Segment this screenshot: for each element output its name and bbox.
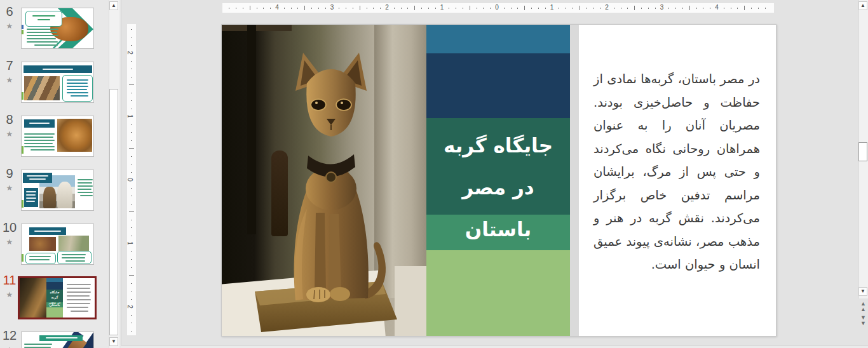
status-bar-fill [121, 345, 868, 348]
slide-thumbnail-12[interactable] [21, 331, 94, 348]
star-icon[interactable]: ★ [1, 345, 18, 348]
thumbnail-scroll-down-icon[interactable]: ▼ [109, 337, 118, 346]
horizontal-ruler: 432101234 [222, 3, 774, 13]
slide-thumbnail-7[interactable] [21, 62, 94, 103]
star-icon[interactable]: ★ [1, 238, 18, 246]
gray-divider-strip [570, 25, 579, 336]
title-box [25, 11, 62, 27]
vertical-ruler: 21012 [127, 24, 136, 335]
main-scrollbar-thumb[interactable] [858, 142, 867, 161]
slide-number-selected: 11 [1, 272, 18, 288]
panel-divider[interactable] [121, 0, 121, 348]
slide-number: 8 [1, 112, 18, 127]
color-column-mini: جایگاه گربه در مصر باستان [46, 278, 63, 318]
cats-photo [24, 76, 60, 100]
slide-number: 10 [1, 220, 18, 235]
thumbnail-scroll-up-icon[interactable]: ▲ [109, 1, 118, 10]
title-line-2: در مصر [426, 166, 570, 208]
slide-number: 12 [1, 328, 18, 343]
main-scroll-up-icon[interactable]: ▲ [858, 1, 867, 10]
slide-number: 9 [1, 166, 18, 181]
slide-thumbnail-9[interactable] [21, 170, 94, 211]
title-bar [24, 65, 92, 73]
thumbnail-scrollbar-thumb[interactable] [109, 89, 118, 335]
title-bar [29, 227, 66, 235]
cat-statue-illustration [222, 25, 426, 336]
next-slide-icon[interactable]: ▼▼ [859, 315, 867, 326]
slide-title[interactable]: جایگاه گربه در مصر باستان [426, 124, 570, 250]
side-note-box [24, 188, 38, 207]
statue-photo-mini [20, 278, 46, 318]
cats-photo [58, 236, 89, 251]
title-box [23, 173, 52, 183]
slide-body-text[interactable]: در مصر باستان، گربه‌ها نمادی از حفاظت و … [593, 68, 760, 277]
note-box [62, 75, 93, 102]
color-block-navy [426, 53, 570, 118]
title-box [24, 119, 55, 128]
title-line-3: باستان [426, 208, 570, 250]
slide-thumbnail-panel: 6 ★ 7 ★ [0, 0, 121, 348]
previous-slide-icon[interactable]: ▲▲ [859, 301, 867, 312]
star-icon[interactable]: ★ [1, 290, 18, 299]
main-scroll-down-icon[interactable]: ▼ [858, 287, 867, 296]
slide-number: 7 [1, 58, 18, 73]
title-line-1: جایگاه گربه [426, 124, 570, 166]
star-icon[interactable]: ★ [1, 184, 18, 192]
color-block-teal [426, 25, 570, 53]
slide-thumbnail-6[interactable] [21, 8, 94, 49]
slide-number: 6 [1, 4, 18, 19]
mini-title-line: جایگاه گربه [46, 290, 63, 300]
star-icon[interactable]: ★ [1, 22, 18, 30]
slide-thumbnail-11-selected[interactable]: جایگاه گربه در مصر باستان [18, 276, 97, 319]
star-icon[interactable]: ★ [1, 130, 18, 138]
note-box [25, 253, 56, 264]
statue-photo[interactable] [222, 25, 426, 336]
farm-animals-photo [29, 237, 56, 251]
title-bar [39, 335, 83, 341]
star-icon[interactable]: ★ [1, 76, 18, 84]
slide-thumbnail-8[interactable] [21, 116, 94, 157]
note-box [57, 251, 92, 264]
slide-thumbnail-10[interactable] [21, 224, 94, 265]
slide-canvas[interactable]: جایگاه گربه در مصر باستان در مصر باستان،… [221, 24, 776, 337]
color-block-light-green [426, 250, 570, 336]
tiger-photo [57, 119, 92, 152]
